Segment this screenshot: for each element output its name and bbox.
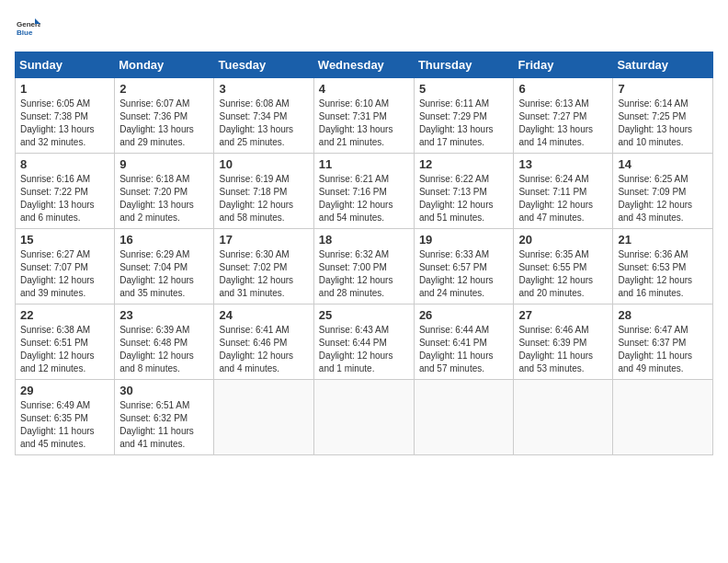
day-info: Sunrise: 6:25 AM Sunset: 7:09 PM Dayligh… <box>618 173 708 224</box>
week-row-1: 1Sunrise: 6:05 AM Sunset: 7:38 PM Daylig… <box>16 78 713 154</box>
day-cell: 14Sunrise: 6:25 AM Sunset: 7:09 PM Dayli… <box>613 154 713 229</box>
day-number: 17 <box>219 233 308 247</box>
day-number: 1 <box>20 82 109 96</box>
logo: General Blue <box>15 15 44 40</box>
day-number: 18 <box>319 233 409 247</box>
day-cell: 8Sunrise: 6:16 AM Sunset: 7:22 PM Daylig… <box>16 154 115 229</box>
day-info: Sunrise: 6:47 AM Sunset: 6:37 PM Dayligh… <box>618 324 708 375</box>
day-number: 25 <box>319 308 409 322</box>
day-info: Sunrise: 6:29 AM Sunset: 7:04 PM Dayligh… <box>119 248 209 300</box>
day-info: Sunrise: 6:05 AM Sunset: 7:38 PM Dayligh… <box>20 98 109 149</box>
day-cell: 9Sunrise: 6:18 AM Sunset: 7:20 PM Daylig… <box>115 154 214 229</box>
day-info: Sunrise: 6:35 AM Sunset: 6:55 PM Dayligh… <box>518 248 608 300</box>
day-cell <box>514 380 613 455</box>
day-cell <box>214 380 313 455</box>
day-info: Sunrise: 6:43 AM Sunset: 6:44 PM Dayligh… <box>319 324 409 375</box>
column-header-tuesday: Tuesday <box>214 52 313 78</box>
day-info: Sunrise: 6:08 AM Sunset: 7:34 PM Dayligh… <box>219 98 308 149</box>
day-cell: 5Sunrise: 6:11 AM Sunset: 7:29 PM Daylig… <box>414 78 514 154</box>
day-info: Sunrise: 6:22 AM Sunset: 7:13 PM Dayligh… <box>419 173 509 224</box>
day-info: Sunrise: 6:07 AM Sunset: 7:36 PM Dayligh… <box>119 98 209 149</box>
day-number: 16 <box>119 233 209 247</box>
day-info: Sunrise: 6:46 AM Sunset: 6:39 PM Dayligh… <box>518 324 608 375</box>
day-info: Sunrise: 6:13 AM Sunset: 7:27 PM Dayligh… <box>518 98 608 149</box>
day-info: Sunrise: 6:38 AM Sunset: 6:51 PM Dayligh… <box>20 324 109 375</box>
week-row-2: 8Sunrise: 6:16 AM Sunset: 7:22 PM Daylig… <box>16 154 713 229</box>
day-number: 13 <box>518 157 608 171</box>
day-number: 22 <box>20 308 109 322</box>
day-cell: 13Sunrise: 6:24 AM Sunset: 7:11 PM Dayli… <box>514 154 613 229</box>
day-number: 8 <box>20 157 109 171</box>
day-cell <box>313 380 414 455</box>
day-number: 26 <box>419 308 509 322</box>
day-number: 19 <box>419 233 509 247</box>
day-cell: 29Sunrise: 6:49 AM Sunset: 6:35 PM Dayli… <box>16 380 115 455</box>
day-info: Sunrise: 6:18 AM Sunset: 7:20 PM Dayligh… <box>119 173 209 224</box>
week-row-3: 15Sunrise: 6:27 AM Sunset: 7:07 PM Dayli… <box>16 229 713 304</box>
calendar-table: SundayMondayTuesdayWednesdayThursdayFrid… <box>15 52 713 455</box>
day-cell: 6Sunrise: 6:13 AM Sunset: 7:27 PM Daylig… <box>514 78 613 154</box>
day-info: Sunrise: 6:51 AM Sunset: 6:32 PM Dayligh… <box>119 399 209 451</box>
day-info: Sunrise: 6:24 AM Sunset: 7:11 PM Dayligh… <box>518 173 608 224</box>
day-info: Sunrise: 6:33 AM Sunset: 6:57 PM Dayligh… <box>419 248 509 300</box>
day-info: Sunrise: 6:49 AM Sunset: 6:35 PM Dayligh… <box>20 399 109 451</box>
day-number: 28 <box>618 308 708 322</box>
day-info: Sunrise: 6:32 AM Sunset: 7:00 PM Dayligh… <box>319 248 409 300</box>
day-info: Sunrise: 6:10 AM Sunset: 7:31 PM Dayligh… <box>319 98 409 149</box>
day-cell: 3Sunrise: 6:08 AM Sunset: 7:34 PM Daylig… <box>214 78 313 154</box>
day-number: 21 <box>618 233 708 247</box>
day-number: 6 <box>518 82 608 96</box>
day-cell: 2Sunrise: 6:07 AM Sunset: 7:36 PM Daylig… <box>115 78 214 154</box>
day-info: Sunrise: 6:41 AM Sunset: 6:46 PM Dayligh… <box>219 324 308 375</box>
day-cell: 11Sunrise: 6:21 AM Sunset: 7:16 PM Dayli… <box>313 154 414 229</box>
day-cell: 23Sunrise: 6:39 AM Sunset: 6:48 PM Dayli… <box>115 304 214 380</box>
day-number: 14 <box>618 157 708 171</box>
day-info: Sunrise: 6:16 AM Sunset: 7:22 PM Dayligh… <box>20 173 109 224</box>
day-number: 3 <box>219 82 308 96</box>
day-info: Sunrise: 6:11 AM Sunset: 7:29 PM Dayligh… <box>419 98 509 149</box>
week-row-5: 29Sunrise: 6:49 AM Sunset: 6:35 PM Dayli… <box>16 380 713 455</box>
day-cell: 25Sunrise: 6:43 AM Sunset: 6:44 PM Dayli… <box>313 304 414 380</box>
day-cell: 26Sunrise: 6:44 AM Sunset: 6:41 PM Dayli… <box>414 304 514 380</box>
day-cell: 21Sunrise: 6:36 AM Sunset: 6:53 PM Dayli… <box>613 229 713 304</box>
day-number: 11 <box>319 157 409 171</box>
day-cell: 30Sunrise: 6:51 AM Sunset: 6:32 PM Dayli… <box>115 380 214 455</box>
day-cell <box>414 380 514 455</box>
day-number: 20 <box>518 233 608 247</box>
column-header-saturday: Saturday <box>613 52 713 78</box>
day-cell: 4Sunrise: 6:10 AM Sunset: 7:31 PM Daylig… <box>313 78 414 154</box>
logo-icon: General Blue <box>15 15 40 40</box>
day-number: 30 <box>119 384 209 397</box>
column-header-wednesday: Wednesday <box>313 52 414 78</box>
day-info: Sunrise: 6:44 AM Sunset: 6:41 PM Dayligh… <box>419 324 509 375</box>
day-cell: 20Sunrise: 6:35 AM Sunset: 6:55 PM Dayli… <box>514 229 613 304</box>
day-info: Sunrise: 6:19 AM Sunset: 7:18 PM Dayligh… <box>219 173 308 224</box>
day-number: 15 <box>20 233 109 247</box>
day-number: 12 <box>419 157 509 171</box>
day-number: 9 <box>119 157 209 171</box>
day-cell: 16Sunrise: 6:29 AM Sunset: 7:04 PM Dayli… <box>115 229 214 304</box>
column-header-monday: Monday <box>115 52 214 78</box>
day-cell: 28Sunrise: 6:47 AM Sunset: 6:37 PM Dayli… <box>613 304 713 380</box>
day-number: 29 <box>20 384 109 397</box>
day-number: 4 <box>319 82 409 96</box>
day-cell <box>613 380 713 455</box>
day-cell: 15Sunrise: 6:27 AM Sunset: 7:07 PM Dayli… <box>16 229 115 304</box>
svg-text:Blue: Blue <box>17 29 33 37</box>
day-number: 2 <box>119 82 209 96</box>
day-cell: 12Sunrise: 6:22 AM Sunset: 7:13 PM Dayli… <box>414 154 514 229</box>
day-cell: 1Sunrise: 6:05 AM Sunset: 7:38 PM Daylig… <box>16 78 115 154</box>
day-info: Sunrise: 6:27 AM Sunset: 7:07 PM Dayligh… <box>20 248 109 300</box>
week-row-4: 22Sunrise: 6:38 AM Sunset: 6:51 PM Dayli… <box>16 304 713 380</box>
column-header-sunday: Sunday <box>16 52 115 78</box>
day-cell: 24Sunrise: 6:41 AM Sunset: 6:46 PM Dayli… <box>214 304 313 380</box>
day-number: 5 <box>419 82 509 96</box>
day-cell: 10Sunrise: 6:19 AM Sunset: 7:18 PM Dayli… <box>214 154 313 229</box>
day-number: 27 <box>518 308 608 322</box>
column-header-friday: Friday <box>514 52 613 78</box>
column-header-thursday: Thursday <box>414 52 514 78</box>
day-info: Sunrise: 6:14 AM Sunset: 7:25 PM Dayligh… <box>618 98 708 149</box>
day-number: 23 <box>119 308 209 322</box>
day-info: Sunrise: 6:30 AM Sunset: 7:02 PM Dayligh… <box>219 248 308 300</box>
day-number: 7 <box>618 82 708 96</box>
